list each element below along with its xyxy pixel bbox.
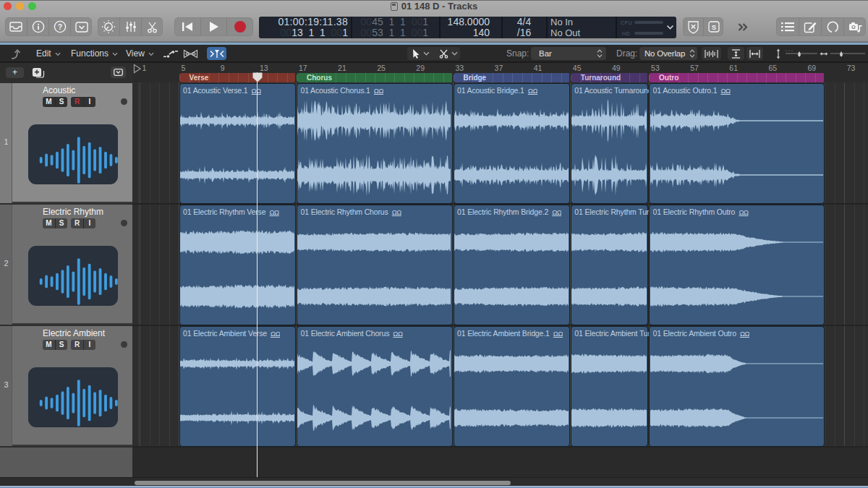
svg-text:?: ? bbox=[57, 23, 61, 31]
svg-text:S: S bbox=[711, 23, 715, 31]
